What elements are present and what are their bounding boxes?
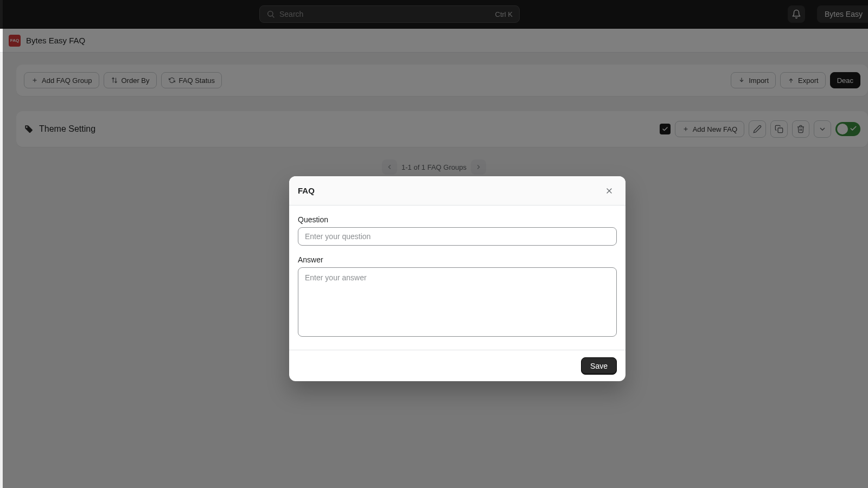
close-modal-button[interactable]: [602, 183, 617, 198]
answer-input[interactable]: [298, 267, 617, 337]
answer-label: Answer: [298, 255, 617, 264]
question-input[interactable]: [298, 227, 617, 246]
modal-header: FAQ: [289, 176, 626, 206]
modal-footer: Save: [289, 350, 626, 381]
modal-body: Question Answer: [289, 206, 626, 350]
save-button[interactable]: Save: [581, 357, 617, 375]
question-label: Question: [298, 215, 617, 224]
faq-modal: FAQ Question Answer Save: [289, 176, 626, 381]
close-icon: [605, 187, 614, 195]
modal-title: FAQ: [298, 186, 315, 195]
